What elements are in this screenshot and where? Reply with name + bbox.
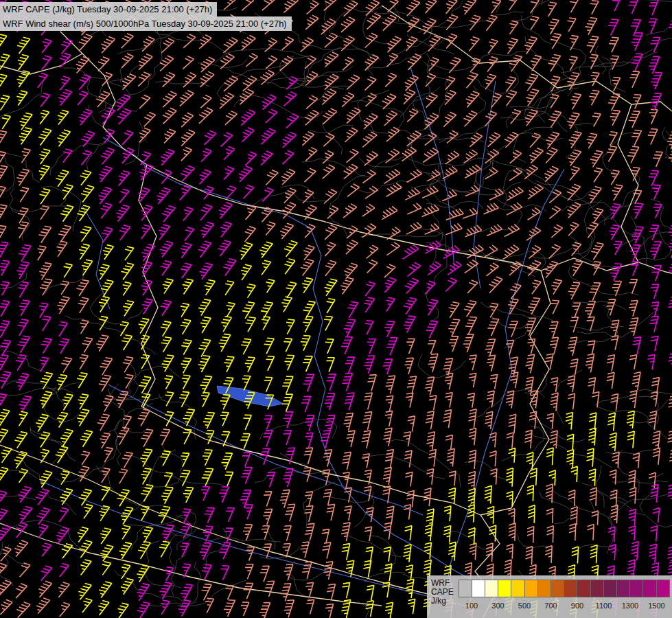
map-title-cape: WRF CAPE (J/kg) Tuesday 30-09-2025 21:00… [0,2,217,16]
legend-tick-label: 1100 [596,602,612,610]
legend-swatch-row [459,580,670,597]
weather-map-stage: WRF CAPE (J/kg) Tuesday 30-09-2025 21:00… [0,0,672,618]
legend-swatch [498,580,511,597]
legend-swatch [472,580,485,597]
legend-swatch [577,580,590,597]
legend-color-scale: 100300500700900110013001500 [459,580,670,617]
legend-swatch [630,580,643,597]
legend-tick-label: 900 [571,602,583,610]
legend-tick-label: 300 [491,602,504,610]
legend-tick-label: 1500 [648,602,664,610]
legend-tick-label: 100 [465,602,478,610]
legend-caption: WRF CAPE J/kg [431,579,454,606]
cape-legend: WRF CAPE J/kg 10030050070090011001300150… [427,575,672,618]
wind-barbs-salmon [0,0,672,618]
wind-barb-map [0,0,672,618]
rivers [40,67,564,606]
legend-swatch [511,580,524,597]
legend-swatch [485,580,498,597]
legend-swatch [617,580,630,597]
legend-tick-label: 700 [544,602,557,610]
legend-tick-label: 1300 [622,602,638,610]
legend-tick-label: 500 [518,602,531,610]
legend-swatch [525,580,538,597]
legend-swatch [538,580,551,597]
legend-swatch [643,580,656,597]
legend-unit-label: J/kg [431,597,454,606]
map-title-windshear-text: WRF Wind shear (m/s) 500/1000hPa Tuesday… [3,19,287,29]
legend-swatch [564,580,577,597]
legend-swatch [459,580,472,597]
map-title-windshear: WRF Wind shear (m/s) 500/1000hPa Tuesday… [0,16,292,31]
map-title-cape-text: WRF CAPE (J/kg) Tuesday 30-09-2025 21:00… [3,4,212,14]
legend-swatch [551,580,564,597]
legend-swatch [591,580,604,597]
legend-swatch [604,580,617,597]
legend-swatch [657,580,669,597]
